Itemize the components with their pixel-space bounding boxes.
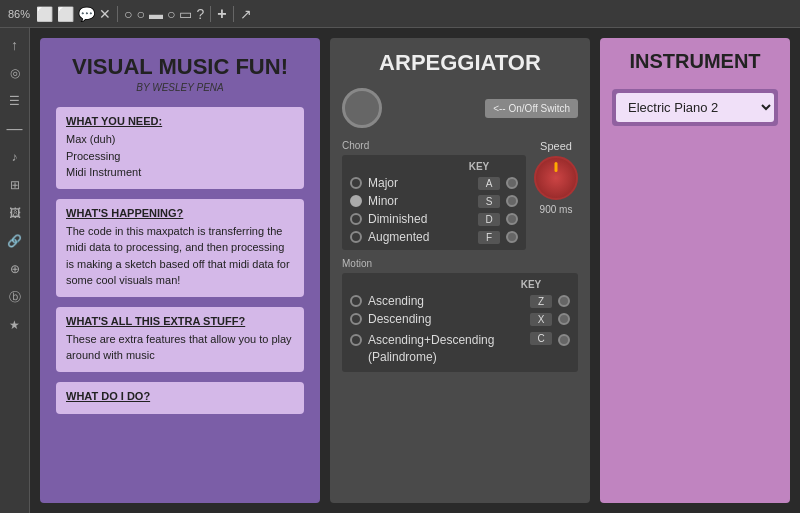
sidebar-icon-image[interactable]: 🖼 (6, 204, 24, 222)
toolbar-icon-question[interactable]: ? (196, 6, 204, 22)
sidebar-icon-music[interactable]: ♪ (6, 148, 24, 166)
toolbar-icon-chat[interactable]: 💬 (78, 6, 95, 22)
instrument-title: INSTRUMENT (612, 50, 778, 73)
motion-header-row: KEY (346, 277, 574, 292)
toolbar-icon-x[interactable]: ✕ (99, 6, 111, 22)
toolbar-icon-circle3[interactable]: ○ (167, 6, 175, 22)
radio-diminished[interactable] (350, 213, 362, 225)
chord-section-label: Chord (342, 140, 526, 151)
speed-dial[interactable] (534, 156, 578, 200)
what-do-i-do-title: WHAT DO I DO? (66, 390, 294, 402)
chord-name-major: Major (368, 176, 472, 190)
what-you-need-title: WHAT YOU NEED: (66, 115, 294, 127)
key-dot-augmented (506, 231, 518, 243)
motion-table: KEY Ascending Z Descending X (342, 273, 578, 372)
instrument-select[interactable]: Electric Piano 1 Electric Piano 2 Harpsi… (616, 93, 774, 122)
sidebar-icon-circle3[interactable]: ⓑ (6, 288, 24, 306)
toolbar-icon-circle1[interactable]: ○ (124, 6, 132, 22)
chord-row-major[interactable]: Major A (346, 174, 522, 192)
whats-happening-box: WHAT'S HAPPENING? The code in this maxpa… (56, 199, 304, 297)
key-dot-major (506, 177, 518, 189)
sidebar-icon-star[interactable]: ★ (6, 316, 24, 334)
chord-row-minor[interactable]: Minor S (346, 192, 522, 210)
chord-name-augmented: Augmented (368, 230, 472, 244)
speed-label: Speed (534, 140, 578, 152)
toolbar-icon-circle2[interactable]: ○ (137, 6, 145, 22)
whats-happening-title: WHAT'S HAPPENING? (66, 207, 294, 219)
arp-top-row: <-- On/Off Switch (342, 88, 578, 128)
instrument-select-wrapper: Electric Piano 1 Electric Piano 2 Harpsi… (612, 89, 778, 126)
extra-stuff-title: WHAT'S ALL THIS EXTRA STUFF? (66, 315, 294, 327)
sidebar-icon-circle2[interactable]: ⊕ (6, 260, 24, 278)
content-area: VISUAL MUSIC FUN! BY WESLEY PENA WHAT YO… (30, 28, 800, 513)
sidebar-icon-circle[interactable]: ◎ (6, 64, 24, 82)
radio-major[interactable] (350, 177, 362, 189)
radio-augmented[interactable] (350, 231, 362, 243)
main-subtitle: BY WESLEY PENA (56, 82, 304, 93)
toolbar-icons: ⬜ ⬜ 💬 ✕ ○ ○ ▬ ○ ▭ ? + ↗ (36, 5, 252, 23)
chord-row-diminished[interactable]: Diminished D (346, 210, 522, 228)
speed-value: 900 ms (534, 204, 578, 215)
toolbar-icon-arrow[interactable]: ↗ (240, 6, 252, 22)
chord-row-augmented[interactable]: Augmented F (346, 228, 522, 246)
sidebar-icon-lines[interactable]: ☰ (6, 92, 24, 110)
key-diminished: D (478, 213, 500, 226)
toolbar-icon-plus[interactable]: + (217, 5, 226, 23)
motion-row-descending[interactable]: Descending X (346, 310, 574, 328)
radio-palindrome[interactable] (350, 334, 362, 346)
on-off-switch: <-- On/Off Switch (390, 98, 578, 118)
motion-key-header: KEY (516, 279, 546, 290)
what-you-need-content: Max (duh)ProcessingMidi Instrument (66, 131, 294, 181)
main-area: ↑ ◎ ☰ — ♪ ⊞ 🖼 🔗 ⊕ ⓑ ★ VISUAL MUSIC FUN! … (0, 28, 800, 513)
key-palindrome: C (530, 332, 552, 345)
extra-stuff-box: WHAT'S ALL THIS EXTRA STUFF? These are e… (56, 307, 304, 372)
chord-header-row: KEY (346, 159, 522, 174)
motion-name-palindrome: Ascending+Descending(Palindrome) (368, 332, 524, 366)
sidebar-icon-arrow[interactable]: ↑ (6, 36, 24, 54)
key-dot-diminished (506, 213, 518, 225)
motion-section-label: Motion (342, 258, 578, 269)
panel-left: VISUAL MUSIC FUN! BY WESLEY PENA WHAT YO… (40, 38, 320, 503)
sidebar-icon-dash[interactable]: — (6, 120, 24, 138)
what-do-i-do-box: WHAT DO I DO? (56, 382, 304, 414)
toolbar-icon-monitor[interactable]: ▬ (149, 6, 163, 22)
what-you-need-box: WHAT YOU NEED: Max (duh)ProcessingMidi I… (56, 107, 304, 189)
toolbar: 86% ⬜ ⬜ 💬 ✕ ○ ○ ▬ ○ ▭ ? + ↗ (0, 0, 800, 28)
key-minor: S (478, 195, 500, 208)
motion-row-palindrome[interactable]: Ascending+Descending(Palindrome) C (346, 328, 574, 368)
key-descending: X (530, 313, 552, 326)
radio-descending[interactable] (350, 313, 362, 325)
panel-arpeggiator: ARPEGGIATOR <-- On/Off Switch Speed 900 … (330, 38, 590, 503)
power-button[interactable] (342, 88, 382, 128)
key-header: KEY (464, 161, 494, 172)
motion-name-ascending: Ascending (368, 294, 524, 308)
extra-stuff-content: These are extra features that allow you … (66, 331, 294, 364)
on-off-button[interactable]: <-- On/Off Switch (485, 99, 578, 118)
sidebar-icon-grid[interactable]: ⊞ (6, 176, 24, 194)
panel-instrument: INSTRUMENT Electric Piano 1 Electric Pia… (600, 38, 790, 503)
chord-name-minor: Minor (368, 194, 472, 208)
arp-chord-section: Speed 900 ms Chord KEY (342, 140, 578, 258)
radio-minor[interactable] (350, 195, 362, 207)
radio-ascending[interactable] (350, 295, 362, 307)
toolbar-icon-1[interactable]: ⬜ (36, 6, 53, 22)
motion-section: Motion KEY Ascending Z (342, 258, 578, 372)
arp-title: ARPEGGIATOR (342, 50, 578, 76)
motion-row-ascending[interactable]: Ascending Z (346, 292, 574, 310)
toolbar-icon-2[interactable]: ⬜ (57, 6, 74, 22)
speed-section: Speed 900 ms (534, 140, 578, 215)
motion-name-descending: Descending (368, 312, 524, 326)
whats-happening-content: The code in this maxpatch is transferrin… (66, 223, 294, 289)
chord-table: KEY Major A Minor (342, 155, 526, 250)
chord-name-diminished: Diminished (368, 212, 472, 226)
zoom-level: 86% (8, 8, 30, 20)
key-major: A (478, 177, 500, 190)
key-dot-minor (506, 195, 518, 207)
toolbar-icon-monitor2[interactable]: ▭ (179, 6, 192, 22)
key-dot-descending (558, 313, 570, 325)
key-dot-ascending (558, 295, 570, 307)
key-dot-palindrome (558, 334, 570, 346)
sidebar-icon-link[interactable]: 🔗 (6, 232, 24, 250)
left-sidebar: ↑ ◎ ☰ — ♪ ⊞ 🖼 🔗 ⊕ ⓑ ★ (0, 28, 30, 513)
main-title: VISUAL MUSIC FUN! (56, 54, 304, 80)
